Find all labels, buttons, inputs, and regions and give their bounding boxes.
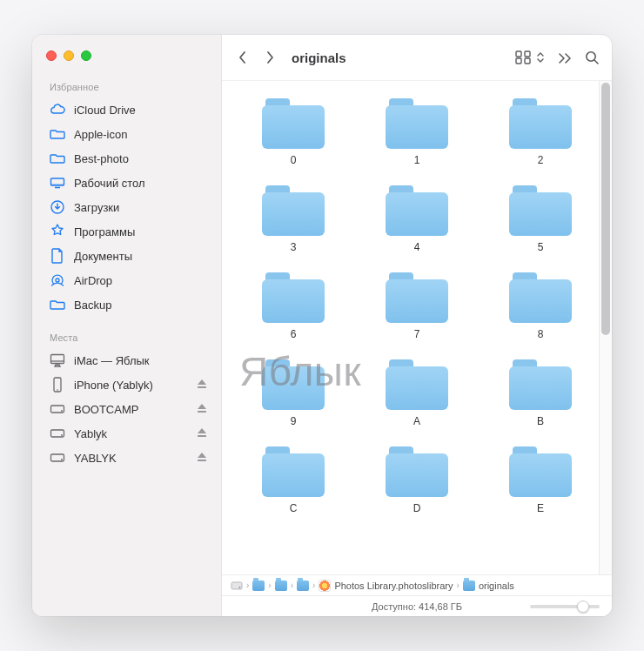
sidebar-item-label: Загрузки: [74, 201, 209, 214]
folder-icon: [386, 185, 448, 236]
vertical-scrollbar[interactable]: [599, 81, 612, 616]
folder-item[interactable]: 2: [492, 98, 589, 166]
folder-item[interactable]: 5: [492, 185, 589, 253]
folder-item[interactable]: D: [368, 446, 466, 514]
folder-item[interactable]: 3: [245, 185, 342, 253]
sidebar-item-label: Рабочий стол: [74, 177, 209, 190]
folder-item[interactable]: A: [368, 359, 466, 427]
sidebar-item-backup[interactable]: Backup: [32, 292, 221, 317]
folder-icon: [509, 185, 572, 236]
path-seg-current[interactable]: originals: [463, 581, 514, 591]
zoom-slider[interactable]: [530, 605, 600, 608]
sidebar-item-bootcamp[interactable]: BOOTCAMP: [32, 397, 221, 421]
sidebar-item--[interactable]: Рабочий стол: [32, 171, 221, 195]
path-seg-1[interactable]: [252, 581, 265, 591]
folder-item[interactable]: C: [245, 446, 342, 514]
folder-item[interactable]: 1: [368, 98, 466, 166]
folder-item[interactable]: E: [492, 446, 589, 514]
close-button[interactable]: [46, 50, 57, 61]
folder-item[interactable]: B: [492, 359, 589, 427]
folder-icon: [262, 98, 325, 149]
folder-icon: [275, 581, 287, 591]
folder-icon: [509, 359, 572, 410]
sidebar-item-icloud-drive[interactable]: iCloud Drive: [32, 97, 221, 122]
folder-item[interactable]: 8: [492, 272, 589, 340]
folder-item[interactable]: 4: [368, 185, 466, 253]
sidebar-item-label: iMac — Яблык: [74, 354, 209, 367]
path-seg-disk[interactable]: [231, 580, 243, 592]
search-button[interactable]: [585, 50, 600, 65]
sidebar-item-label: Программы: [74, 225, 209, 238]
path-seg-label: originals: [479, 581, 514, 591]
folder-icon: [509, 272, 572, 323]
icon-grid-scroll[interactable]: 0123456789ABCDE: [222, 81, 612, 574]
overflow-button[interactable]: [557, 51, 573, 64]
sidebar-item-airdrop[interactable]: AirDrop: [32, 268, 221, 292]
window-title: originals: [292, 50, 510, 65]
folder-item[interactable]: 6: [245, 272, 342, 340]
disk-icon: [231, 580, 243, 592]
sidebar-item--[interactable]: Программы: [32, 219, 221, 244]
sidebar-item-yablyk[interactable]: YABLYK: [32, 446, 221, 470]
folder-icon: [386, 359, 448, 410]
sidebar-item--[interactable]: Документы: [32, 244, 221, 268]
sidebar-item-label: Best-photo: [74, 152, 209, 165]
path-seg-label: Photos Library.photoslibrary: [334, 581, 453, 591]
sidebar-item-iphone-yablyk-[interactable]: iPhone (Yablyk): [32, 372, 221, 397]
sidebar-item-yablyk[interactable]: Yablyk: [32, 421, 221, 446]
scrollbar-thumb[interactable]: [601, 83, 610, 335]
back-button[interactable]: [231, 46, 253, 69]
folder-item[interactable]: 0: [245, 98, 342, 166]
path-seg-2[interactable]: [275, 581, 287, 591]
folder-icon: [252, 581, 265, 591]
folder-icon: [262, 446, 325, 497]
status-text: Доступно: 414,68 ГБ: [372, 601, 462, 612]
apps-icon: [50, 224, 65, 239]
view-mode-button[interactable]: [515, 50, 545, 64]
sidebar-item-apple-icon[interactable]: Apple-icon: [32, 122, 221, 146]
zoom-button[interactable]: [81, 50, 91, 61]
sidebar-item-label: Backup: [74, 299, 209, 312]
folder-icon: [50, 126, 65, 142]
svg-point-14: [61, 434, 63, 436]
folder-item[interactable]: 7: [368, 272, 466, 340]
drive-icon: [50, 426, 65, 441]
sidebar-item--[interactable]: Загрузки: [32, 195, 221, 219]
minimize-button[interactable]: [64, 50, 74, 61]
svg-rect-12: [198, 411, 206, 413]
svg-rect-1: [51, 184, 64, 185]
eject-icon[interactable]: [197, 403, 209, 415]
svg-point-4: [56, 279, 59, 282]
sidebar-section-locations: Места: [32, 329, 221, 348]
sidebar-item-best-photo[interactable]: Best-photo: [32, 146, 221, 171]
svg-point-8: [57, 389, 58, 391]
status-bar: Доступно: 414,68 ГБ: [222, 595, 612, 616]
sidebar-item-label: YABLYK: [74, 452, 188, 465]
eject-icon[interactable]: [197, 379, 209, 391]
forward-button[interactable]: [258, 46, 281, 69]
eject-icon[interactable]: [197, 427, 209, 440]
photos-library-icon: [319, 580, 331, 592]
svg-rect-5: [51, 355, 64, 364]
eject-icon[interactable]: [197, 452, 209, 464]
path-seg-3[interactable]: [297, 581, 309, 591]
path-bar[interactable]: › › › › Photos Library.photoslibrary› or…: [222, 574, 612, 595]
sidebar-item-imac-[interactable]: iMac — Яблык: [32, 348, 221, 372]
svg-rect-18: [198, 460, 206, 461]
svg-line-24: [594, 60, 598, 64]
folder-name: B: [537, 415, 544, 427]
toolbar: originals: [222, 35, 612, 80]
path-seg-library[interactable]: Photos Library.photoslibrary: [319, 580, 453, 592]
folder-item[interactable]: 9: [245, 359, 342, 427]
folder-icon: [463, 581, 475, 591]
airdrop-icon: [50, 272, 65, 288]
doc-icon: [50, 248, 65, 264]
folder-name: 0: [291, 154, 297, 166]
sidebar-item-label: Yablyk: [74, 427, 188, 440]
sidebar-section-favorites: Избранное: [32, 78, 221, 97]
folder-icon: [509, 446, 572, 497]
folder-icon: [386, 272, 448, 323]
zoom-knob[interactable]: [577, 601, 589, 613]
folder-icon: [262, 272, 325, 323]
cloud-icon: [50, 102, 65, 117]
